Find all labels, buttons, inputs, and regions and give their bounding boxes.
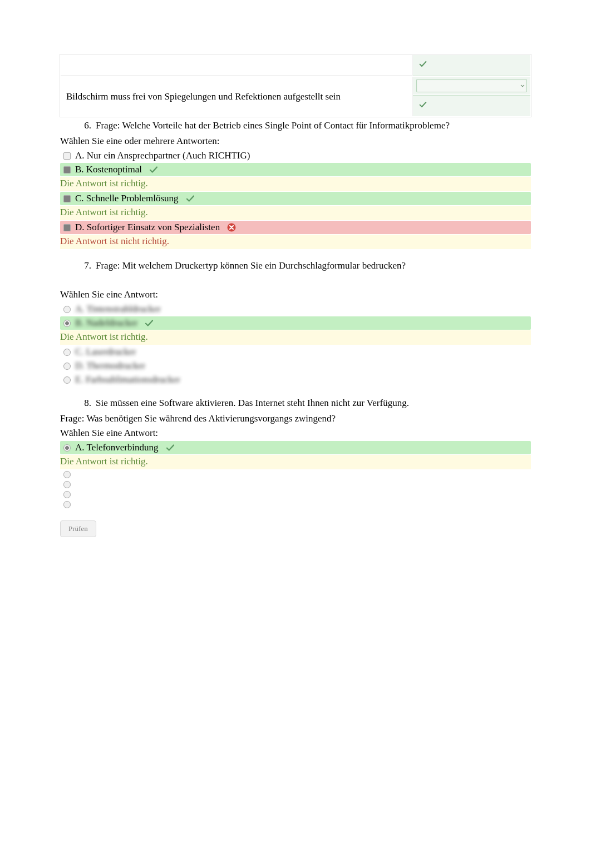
select-instruction: Wählen Sie eine oder mehrere Antworten: — [60, 136, 531, 147]
answer-radio[interactable] — [63, 444, 71, 452]
answer-checkbox[interactable] — [63, 166, 71, 173]
check-icon — [144, 318, 154, 328]
answer-row: E. Farbsublimationsdrucker — [60, 373, 531, 386]
answer-label: B. Kostenoptimal — [75, 164, 142, 175]
answer-row: A. Nur ein Ansprechpartner (Auch RICHTIG… — [60, 149, 531, 162]
match-right-cell — [413, 95, 530, 116]
check-icon — [418, 59, 525, 71]
answer-feedback: Die Antwort ist richtig. — [60, 330, 531, 345]
select-instruction: Wählen Sie eine Antwort: — [60, 428, 531, 439]
check-icon — [418, 100, 525, 112]
answer-row — [60, 490, 531, 499]
question-number: 6. — [76, 120, 91, 131]
cross-icon — [226, 222, 237, 232]
answer-feedback: Die Antwort ist nicht richtig. — [60, 235, 531, 249]
answer-row: C. Laserdrucker — [60, 345, 531, 359]
answer-label: C. Laserdrucker — [75, 346, 136, 358]
answer-label: A. Tintenstrahldrucker — [75, 304, 161, 315]
answer-radio[interactable] — [63, 491, 71, 498]
answer-row — [60, 470, 531, 479]
answer-feedback: Die Antwort ist richtig. — [60, 177, 531, 191]
question-intro: Sie müssen eine Software aktivieren. Das… — [96, 398, 531, 409]
answer-feedback: Die Antwort ist richtig. — [60, 206, 531, 220]
check-button[interactable]: Prüfen — [60, 520, 96, 537]
answer-row: B. Kostenoptimal — [60, 163, 531, 176]
answer-row — [60, 480, 531, 489]
answer-label: B. Nadeldrucker — [75, 318, 137, 329]
question-text: Frage: Mit welchem Druckertyp können Sie… — [96, 260, 531, 271]
answer-radio[interactable] — [63, 471, 71, 478]
answer-feedback: Die Antwort ist richtig. — [60, 455, 531, 469]
answer-row — [60, 500, 531, 509]
question-number: 7. — [76, 260, 91, 271]
answer-row: D. Thermodrucker — [60, 359, 531, 373]
chevron-down-icon — [519, 82, 526, 90]
answer-row: A. Telefonverbindung — [60, 441, 531, 454]
answer-radio[interactable] — [63, 306, 71, 313]
answer-label: A. Nur ein Ansprechpartner (Auch RICHTIG… — [75, 150, 250, 161]
answer-checkbox[interactable] — [63, 152, 71, 160]
answer-radio[interactable] — [63, 349, 71, 356]
answer-radio[interactable] — [63, 481, 71, 488]
match-right-cell — [413, 55, 530, 76]
answer-checkbox[interactable] — [63, 195, 71, 202]
answer-row: B. Nadeldrucker — [60, 316, 531, 330]
match-left-cell: Bildschirm muss frei von Spiegelungen un… — [61, 77, 412, 116]
answer-radio[interactable] — [63, 376, 71, 384]
answer-label: D. Sofortiger Einsatz von Spezialisten — [75, 222, 220, 233]
question-block: 7.Frage: Mit welchem Druckertyp können S… — [60, 260, 531, 386]
question-number: 8. — [76, 398, 91, 409]
answer-checkbox[interactable] — [63, 224, 71, 231]
answer-row: C. Schnelle Problemlösung — [60, 192, 531, 205]
check-icon — [185, 194, 195, 204]
question-text: Frage: Welche Vorteile hat der Betrieb e… — [96, 120, 531, 131]
match-right-select-cell[interactable] — [413, 77, 530, 95]
answer-label: C. Schnelle Problemlösung — [75, 193, 179, 204]
check-icon — [149, 165, 159, 175]
answer-radio[interactable] — [63, 320, 71, 327]
answer-radio[interactable] — [63, 501, 71, 508]
question-text: Frage: Was benötigen Sie während des Akt… — [60, 413, 531, 424]
check-icon — [165, 443, 175, 453]
answer-row: A. Tintenstrahldrucker — [60, 302, 531, 316]
answer-label: A. Telefonverbindung — [75, 442, 159, 453]
match-table: Bildschirm muss frei von Spiegelungen un… — [60, 54, 531, 117]
match-left-cell — [61, 55, 412, 76]
question-block: 8.Sie müssen eine Software aktivieren. D… — [60, 398, 531, 509]
match-select[interactable] — [416, 79, 527, 92]
question-block: 6.Frage: Welche Vorteile hat der Betrieb… — [60, 120, 531, 249]
select-instruction: Wählen Sie eine Antwort: — [60, 289, 531, 300]
answer-label: E. Farbsublimationsdrucker — [75, 374, 180, 385]
answer-radio[interactable] — [63, 363, 71, 370]
answer-row: D. Sofortiger Einsatz von Spezialisten — [60, 221, 531, 234]
answer-label: D. Thermodrucker — [75, 360, 145, 371]
